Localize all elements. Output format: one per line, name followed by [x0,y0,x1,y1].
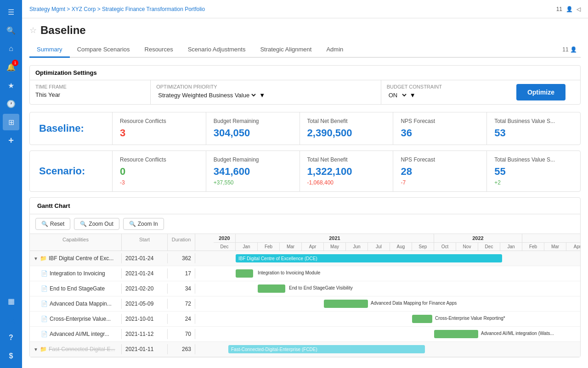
menu-icon[interactable]: ☰ [3,4,19,20]
gantt-left-data: 📄 Cross-Enterprise Value... 2021-10-01 2… [30,314,214,324]
row-name: 📄 Advanced Data Mappin... [30,299,122,309]
zoom-in-icon: 🔍 [129,221,136,227]
optimize-btn-wrap: Optimize [502,80,580,104]
budget-dropdown-icon: ▼ [410,92,416,99]
reset-icon: 🔍 [41,221,48,227]
gantt-left-data: 📄 Advanced AI/ML integr... 2021-11-12 70 [30,329,214,339]
tabs-right: 11 👤 [562,42,581,57]
metric-value: 341,600 [214,166,292,178]
tab-summary[interactable]: Summary [29,42,70,58]
gantt-bar-stagegate [258,284,285,293]
folder-icon: 📁 [40,255,47,262]
doc-icon: 📄 [41,270,48,277]
scenario-budget-remaining: Budget Remaining 341,600 +37,550 [206,151,300,191]
metric-delta: +37,550 [214,179,292,186]
reset-button[interactable]: 🔍 Reset [35,218,70,230]
gantt-row-stagegate: 📄 End to End StageGate 2021-02-20 34 End… [30,281,580,296]
breadcrumb-text: Strategy Mgmt > XYZ Corp > Strategic Fin… [29,6,205,12]
opt-settings-title: Optimization Settings [30,66,580,80]
row-name-text: Advanced AI/ML integr... [50,331,109,337]
expand-icon[interactable]: ▼ [34,256,38,261]
tab-user-count: 11 👤 [562,46,577,53]
year-2021: 2021 [236,234,434,242]
opt-priority-select[interactable]: Strategy Weighted Business Value Score [156,91,257,99]
user-count: 11 [556,6,562,12]
tab-strategic-alignment[interactable]: Strategic Alignment [253,42,319,58]
table-icon[interactable]: ▦ [3,293,19,309]
month-mar-2022: Mar [544,243,566,251]
row-name: 📄 End to End StageGate [30,284,122,294]
add-icon[interactable]: + [3,132,19,149]
opt-priority-select-wrap[interactable]: Strategy Weighted Business Value Score ▼ [156,91,375,99]
row-name-text: Cross-Enterprise Value... [50,316,111,322]
col-start: Start [122,234,168,251]
favorites-icon[interactable]: ★ [3,77,19,94]
gantt-row-invoicing: 📄 Integration to Invoicing 2021-01-24 17… [30,266,580,281]
row-duration: 263 [168,344,195,354]
metric-delta: -3 [120,179,198,186]
metric-value: 304,050 [214,127,292,139]
gantt-container: Capabilities Start Duration 2020 2021 20… [30,234,580,357]
bar-label: Fast-Connected-Digital-Enterprise (FCDE) [231,347,317,352]
row-name-text: Integration to Invoicing [50,270,105,277]
gantt-left-data: 📄 End to End StageGate 2021-02-20 34 [30,284,214,294]
row-start: 2021-10-01 [122,314,168,324]
gantt-bar-datamapping [324,300,368,308]
tab-compare-scenarios[interactable]: Compare Scenarios [70,42,137,58]
row-name: 📄 Advanced AI/ML integr... [30,329,122,339]
dollar-icon[interactable]: $ [3,348,19,364]
title-star-icon[interactable]: ☆ [29,25,37,35]
year-2022: 2022 [434,234,522,242]
scenario-cards: Resource Conflicts 0 -3 Budget Remaining… [113,151,580,191]
baseline-total-bv-score: Total Business Value S... 53 [487,112,580,145]
month-jun-2021: Jun [346,243,368,251]
metric-title: NPS Forecast [401,118,479,124]
sidebar: ☰ 🔍 ⌂ 🔔 1 ★ 🕐 ⊞ + ▦ 👤 ? $ [0,0,22,368]
month-dec-2020: Dec [214,243,236,251]
back-icon[interactable]: ◁ [577,6,581,12]
month-sep-2021: Sep [412,243,434,251]
baseline-resource-conflicts: Resource Conflicts 3 [113,112,206,145]
tab-resources[interactable]: Resources [137,42,181,58]
zoom-in-button[interactable]: 🔍 Zoom In [123,218,164,230]
reset-label: Reset [50,221,64,227]
optimization-settings: Optimization Settings Time Frame This Ye… [29,65,581,105]
gantt-bar-aiml [434,330,478,338]
gantt-bar-area: Advanced Data Mapping for Finance Apps [214,296,580,311]
col-capabilities: Capabilities [30,234,122,251]
expand-icon[interactable]: ▼ [34,347,38,352]
row-duration: 70 [168,329,195,339]
search-icon[interactable]: 🔍 [3,22,19,39]
gantt-bar-label-datamapping: Advanced Data Mapping for Finance Apps [371,301,457,306]
user-icon: 👤 [566,6,573,12]
scenario-nps-forecast: NPS Forecast 28 -7 [393,151,487,191]
budget-constraint-select-wrap[interactable]: ON OFF ▼ [387,91,496,99]
content-area: ☆ Baseline Summary Compare Scenarios Res… [22,18,588,368]
baseline-budget-remaining: Budget Remaining 304,050 [206,112,300,145]
grid-icon[interactable]: ⊞ [3,114,19,130]
gantt-bar-area: Integration to Invoicing Module [214,266,580,281]
home-icon[interactable]: ⌂ [3,40,19,57]
gantt-bar-area: Advanced AI/ML integration (Wats... [214,327,580,341]
gantt-bar-area: End to End StageGate Visibility [214,281,580,296]
tab-scenario-adjustments[interactable]: Scenario Adjustments [181,42,253,58]
month-apr-2022: Apr [566,243,580,251]
baseline-cards: Resource Conflicts 3 Budget Remaining 30… [113,112,580,145]
person-icon[interactable]: 👤 [3,311,19,328]
page-title-row: ☆ Baseline [29,24,581,37]
budget-constraint-select[interactable]: ON OFF [387,91,408,99]
gantt-title: Gantt Chart [30,198,580,214]
metric-delta: -1,068,400 [307,179,386,186]
gantt-left-data: ▼ 📁 Fast-Connected-Digital-E... 2021-01-… [30,344,214,354]
row-duration: 24 [168,314,195,324]
month-aug-2021: Aug [390,243,412,251]
tab-admin[interactable]: Admin [319,42,351,58]
notification-icon[interactable]: 🔔 1 [3,59,19,75]
zoom-out-label: Zoom Out [89,221,113,227]
opt-priority-label: Optimization Priority [156,84,375,89]
zoom-out-button[interactable]: 🔍 Zoom Out [74,218,119,230]
optimize-button[interactable]: Optimize [516,84,565,100]
row-duration: 17 [168,268,195,279]
question-icon[interactable]: ? [3,329,19,346]
clock-icon[interactable]: 🕐 [3,95,19,112]
